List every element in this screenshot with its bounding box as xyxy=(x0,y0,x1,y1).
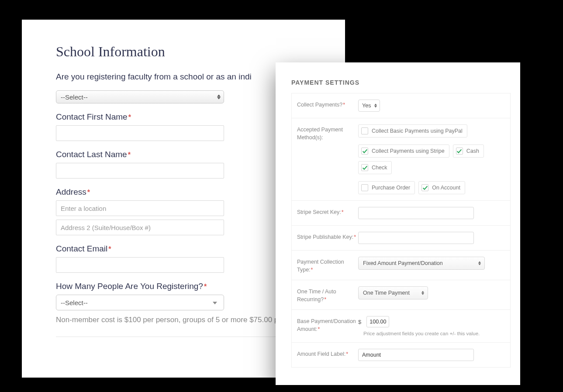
method-account-label: On Account xyxy=(432,185,460,191)
section-divider xyxy=(56,337,311,337)
checkbox-icon xyxy=(361,127,368,134)
required-asterisk-icon: * xyxy=(318,326,320,332)
payment-settings-box: Collect Payments?* Yes Accepted Payment … xyxy=(291,93,511,368)
required-asterisk-icon: * xyxy=(128,113,131,121)
first-name-label: Contact First Name xyxy=(56,112,128,122)
method-paypal-checkbox[interactable]: Collect Basic Payments using PayPal xyxy=(358,124,467,138)
base-amount-input[interactable] xyxy=(366,316,389,327)
address-label: Address xyxy=(56,187,86,197)
select-arrows-icon xyxy=(478,261,481,265)
base-amount-hint: Price adjustment fields you create can +… xyxy=(363,331,480,336)
method-check-checkbox[interactable]: Check xyxy=(358,161,392,174)
stripe-secret-label: Stripe Secret Key: xyxy=(297,209,341,215)
method-account-checkbox[interactable]: On Account xyxy=(418,181,465,194)
recurring-label: One Time / Auto Recurring? xyxy=(297,289,336,303)
people-count-select[interactable]: --Select-- xyxy=(56,295,224,310)
required-asterisk-icon: * xyxy=(128,151,131,158)
currency-symbol: $ xyxy=(358,319,361,325)
method-paypal-label: Collect Basic Payments using PayPal xyxy=(372,128,463,134)
method-check-label: Check xyxy=(372,165,387,171)
collection-type-label: Payment Collection Type: xyxy=(297,259,344,273)
required-asterisk-icon: * xyxy=(354,234,356,240)
registration-question: Are you registering faculty from a schoo… xyxy=(56,72,311,82)
required-asterisk-icon: * xyxy=(87,189,90,196)
chevron-down-icon xyxy=(213,302,217,304)
checkbox-checked-icon xyxy=(361,164,368,171)
payment-methods-label: Accepted Payment Method(s): xyxy=(297,124,358,141)
address-input[interactable] xyxy=(56,200,224,216)
registration-type-value: --Select-- xyxy=(61,93,88,101)
collect-payments-label: Collect Payments? xyxy=(297,102,342,108)
method-stripe-label: Collect Payments using Stripe xyxy=(372,148,445,154)
people-count-label: How Many People Are You Registering? xyxy=(56,282,203,291)
method-cash-checkbox[interactable]: Cash xyxy=(453,144,484,158)
stripe-pub-label: Stripe Publishable Key: xyxy=(297,234,353,240)
required-asterisk-icon: * xyxy=(343,102,345,108)
checkbox-icon xyxy=(361,184,368,191)
recurring-select[interactable]: One Time Payment xyxy=(358,286,428,299)
base-amount-label: Base Payment/Donation Amount: xyxy=(297,318,356,332)
select-arrows-icon xyxy=(421,291,424,295)
checkbox-checked-icon xyxy=(361,148,368,155)
email-input[interactable] xyxy=(56,257,224,273)
stripe-pub-input[interactable] xyxy=(358,232,474,244)
recurring-value: One Time Payment xyxy=(363,290,410,296)
required-asterisk-icon: * xyxy=(346,351,348,357)
select-arrows-icon xyxy=(217,95,221,100)
email-label: Contact Email xyxy=(56,244,107,254)
collection-type-value: Fixed Amount Payment/Donation xyxy=(363,260,443,266)
address2-input[interactable] xyxy=(56,220,224,235)
people-count-value: --Select-- xyxy=(61,299,88,306)
select-arrows-icon xyxy=(374,104,377,108)
method-po-label: Purchase Order xyxy=(372,185,410,191)
stripe-secret-input[interactable] xyxy=(358,207,474,219)
pricing-helper-text: Non-member cost is $100 per person, grou… xyxy=(56,316,311,324)
page-title: School Information xyxy=(56,44,311,60)
collection-type-select[interactable]: Fixed Amount Payment/Donation xyxy=(358,257,485,270)
amount-field-label-label: Amount Field Label: xyxy=(297,351,345,357)
payment-settings-panel: PAYMENT SETTINGS Collect Payments?* Yes … xyxy=(276,62,520,385)
method-cash-label: Cash xyxy=(466,148,479,154)
required-asterisk-icon: * xyxy=(311,267,313,273)
collect-payments-select[interactable]: Yes xyxy=(358,100,380,112)
required-asterisk-icon: * xyxy=(324,296,326,303)
last-name-input[interactable] xyxy=(56,163,224,179)
registration-type-select[interactable]: --Select-- xyxy=(56,90,224,103)
first-name-input[interactable] xyxy=(56,125,224,141)
required-asterisk-icon: * xyxy=(108,245,111,253)
method-po-checkbox[interactable]: Purchase Order xyxy=(358,181,415,194)
checkbox-checked-icon xyxy=(456,148,463,155)
required-asterisk-icon: * xyxy=(342,209,344,215)
method-stripe-checkbox[interactable]: Collect Payments using Stripe xyxy=(358,144,449,158)
last-name-label: Contact Last Name xyxy=(56,150,127,159)
payment-settings-heading: PAYMENT SETTINGS xyxy=(291,79,511,86)
checkbox-checked-icon xyxy=(421,184,428,191)
amount-field-label-input[interactable] xyxy=(358,349,474,361)
collect-payments-value: Yes xyxy=(362,103,371,109)
required-asterisk-icon: * xyxy=(204,283,207,290)
